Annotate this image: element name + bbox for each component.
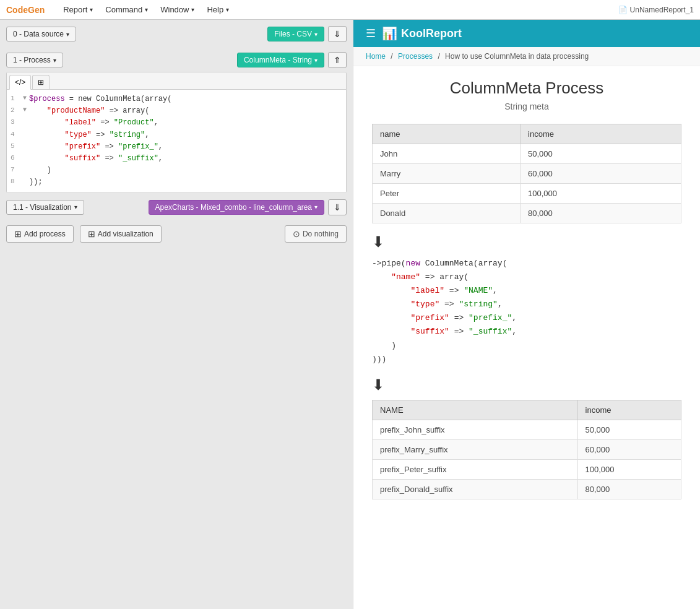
process-type-button[interactable]: ColumnMeta - String ▾ <box>237 53 324 67</box>
doc-code-line: "prefix" => "prefix_", <box>372 311 681 325</box>
cell-name: prefix_Marry_suffix <box>373 439 578 459</box>
code-line-6: 6 "suffix" => "_suffix", <box>7 153 346 165</box>
cell-income: 100,000 <box>577 459 681 479</box>
datasource-row: 0 - Data source ▾ Files - CSV ▾ ⇓ <box>6 26 347 42</box>
datasource-step-button[interactable]: 0 - Data source ▾ <box>6 27 76 41</box>
filename-display: 📄 UnNamedReport_1 <box>618 6 694 14</box>
visualization-collapse-button[interactable]: ⇓ <box>328 199 347 215</box>
left-panel: 0 - Data source ▾ Files - CSV ▾ ⇓ 1 - Pr… <box>0 20 353 609</box>
visualization-type-button[interactable]: ApexCharts - Mixed_combo - line_column_a… <box>149 200 324 215</box>
cell-name: John <box>373 144 521 164</box>
code-line-7: 7 ) <box>7 165 346 176</box>
cell-income: 80,000 <box>521 204 681 223</box>
add-visualization-button[interactable]: ⊞ Add visualization <box>80 225 162 243</box>
doc-code-line: "suffix" => "_suffix", <box>372 325 681 339</box>
process-collapse-button[interactable]: ⇑ <box>328 52 347 68</box>
code-line-5: 5 "prefix" => "prefix_", <box>7 141 346 153</box>
main-area: 0 - Data source ▾ Files - CSV ▾ ⇓ 1 - Pr… <box>0 20 700 609</box>
hamburger-icon[interactable]: ☰ <box>366 27 376 40</box>
add-process-button[interactable]: ⊞ Add process <box>6 225 74 243</box>
col-income: income <box>577 400 681 420</box>
code-line-4: 4 "type" => "string", <box>7 129 346 141</box>
cell-name: prefix_John_suffix <box>373 420 578 439</box>
cell-income: 80,000 <box>577 479 681 499</box>
table-row: Peter 100,000 <box>373 184 681 204</box>
breadcrumb-processes[interactable]: Processes <box>398 52 433 61</box>
doc-subtitle: String meta <box>372 102 681 111</box>
doc-code-line: ) <box>372 339 681 353</box>
doc-code-line: "label" => "NAME", <box>372 284 681 298</box>
cell-name: prefix_Donald_suffix <box>373 479 578 499</box>
table-row: Donald 80,000 <box>373 204 681 223</box>
code-line-3: 3 "label" => "Product", <box>7 117 346 129</box>
visualization-row: 1.1 - Visualization ▾ ApexCharts - Mixed… <box>6 199 347 215</box>
chevron-down-icon: ▾ <box>90 6 93 13</box>
visualization-step-button[interactable]: 1.1 - Visualization ▾ <box>6 200 84 215</box>
col-income: income <box>521 124 681 144</box>
cell-income: 60,000 <box>577 439 681 459</box>
process-step-button[interactable]: 1 - Process ▾ <box>6 53 63 67</box>
top-navbar: CodeGen Report ▾ Command ▾ Window ▾ Help… <box>0 0 700 20</box>
chevron-down-icon: ▾ <box>74 204 77 210</box>
datasource-format-button[interactable]: Files - CSV ▾ <box>267 27 324 41</box>
doc-title: ColumnMeta Process <box>372 79 681 98</box>
table-row: John 50,000 <box>373 144 681 164</box>
kr-logo: 📊 KoolReport <box>382 26 462 41</box>
table-before: name income John 50,000 Marry 60,000 Pet… <box>372 124 681 223</box>
cell-name: Donald <box>373 204 521 223</box>
tab-code[interactable]: </> <box>9 75 31 90</box>
doc-code-block: ->pipe(new ColumnMeta(array( "name" => a… <box>372 257 681 366</box>
right-panel: ☰ 📊 KoolReport Home / Processes / How to… <box>353 20 700 609</box>
file-icon: 📄 <box>618 6 628 14</box>
plus-icon: ⊞ <box>14 229 22 239</box>
nav-window[interactable]: Window ▾ <box>154 0 201 20</box>
code-editor: 1 ▼ $process = new ColumnMeta(array( 2 ▼… <box>7 90 346 192</box>
datasource-block: 0 - Data source ▾ Files - CSV ▾ ⇓ <box>6 26 347 46</box>
visualization-block: 1.1 - Visualization ▾ ApexCharts - Mixed… <box>6 199 347 215</box>
table-row: prefix_Peter_suffix 100,000 <box>373 459 681 479</box>
table-header-row: NAME income <box>373 400 681 420</box>
table-row: prefix_John_suffix 50,000 <box>373 420 681 439</box>
cell-income: 50,000 <box>521 144 681 164</box>
chevron-down-icon: ▾ <box>191 6 194 13</box>
cell-name: Marry <box>373 164 521 184</box>
code-line-2: 2 ▼ "productName" => array( <box>7 105 346 117</box>
tab-table[interactable]: ⊞ <box>32 75 50 89</box>
process-code-block: </> ⊞ 1 ▼ $process = new ColumnMeta(arra… <box>6 72 347 193</box>
datasource-collapse-button[interactable]: ⇓ <box>328 26 347 42</box>
cell-name: prefix_Peter_suffix <box>373 459 578 479</box>
cell-name: Peter <box>373 184 521 204</box>
breadcrumb-current: How to use ColumnMeta in data processing <box>445 52 589 61</box>
code-line-8: 8 )); <box>7 176 346 188</box>
chevron-down-icon: ▾ <box>314 204 318 210</box>
cell-income: 50,000 <box>577 420 681 439</box>
table-row: prefix_Donald_suffix 80,000 <box>373 479 681 499</box>
nav-command[interactable]: Command ▾ <box>99 0 154 20</box>
table-row: Marry 60,000 <box>373 164 681 184</box>
arrow-down-icon-2: ⬇ <box>372 376 681 394</box>
info-icon: ⊙ <box>293 229 300 239</box>
do-nothing-button[interactable]: ⊙ Do nothing <box>285 225 347 243</box>
col-name: name <box>373 124 521 144</box>
process-row: 1 - Process ▾ ColumnMeta - String ▾ ⇑ <box>6 52 347 68</box>
table-row: prefix_Marry_suffix 60,000 <box>373 439 681 459</box>
arrow-down-icon: ⬇ <box>372 233 681 251</box>
chevron-down-icon: ▾ <box>53 57 56 64</box>
chevron-down-icon: ▾ <box>226 6 229 13</box>
doc-code-line: "name" => array( <box>372 270 681 284</box>
code-line-1: 1 ▼ $process = new ColumnMeta(array( <box>7 93 346 105</box>
col-name-upper: NAME <box>373 400 578 420</box>
nav-help[interactable]: Help ▾ <box>201 0 235 20</box>
plus-icon: ⊞ <box>88 229 95 239</box>
chevron-down-icon: ▾ <box>314 31 318 38</box>
breadcrumb: Home / Processes / How to use ColumnMeta… <box>353 47 700 66</box>
doc-code-line: ->pipe(new ColumnMeta(array( <box>372 257 681 270</box>
code-tabs: </> ⊞ <box>7 72 346 90</box>
breadcrumb-home[interactable]: Home <box>366 52 386 61</box>
chevron-down-icon: ▾ <box>314 57 318 64</box>
brand-logo: CodeGen <box>6 5 45 15</box>
chevron-down-icon: ▾ <box>145 6 148 13</box>
chevron-down-icon: ▾ <box>66 31 69 38</box>
doc-code-line: ))) <box>372 353 681 366</box>
nav-report[interactable]: Report ▾ <box>57 0 99 20</box>
